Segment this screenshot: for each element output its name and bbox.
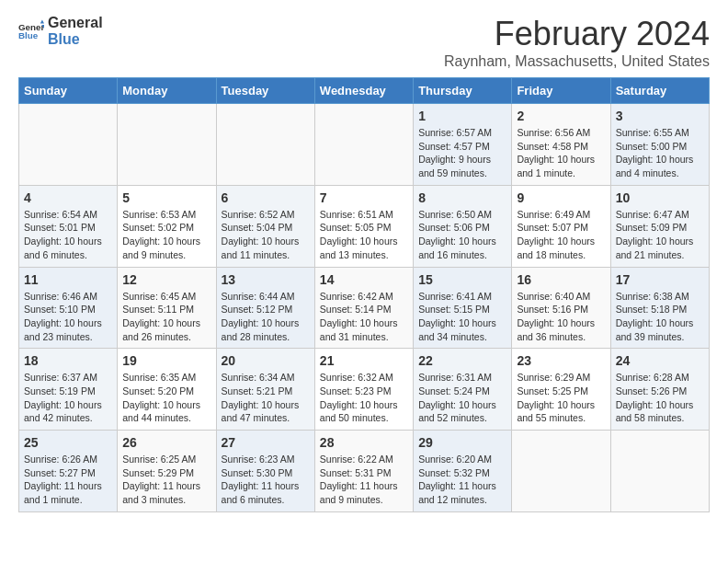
- calendar-cell: 20Sunrise: 6:34 AM Sunset: 5:21 PM Dayli…: [216, 349, 314, 431]
- header-tuesday: Tuesday: [216, 78, 314, 104]
- day-number: 19: [122, 353, 210, 368]
- calendar-cell: 24Sunrise: 6:28 AM Sunset: 5:26 PM Dayli…: [610, 349, 709, 431]
- day-info: Sunrise: 6:32 AM Sunset: 5:23 PM Dayligh…: [320, 371, 408, 425]
- header-wednesday: Wednesday: [314, 78, 413, 104]
- day-info: Sunrise: 6:50 AM Sunset: 5:06 PM Dayligh…: [418, 208, 506, 262]
- day-number: 13: [222, 272, 310, 287]
- day-info: Sunrise: 6:41 AM Sunset: 5:15 PM Dayligh…: [418, 290, 506, 344]
- day-number: 17: [616, 272, 704, 287]
- calendar-cell: 10Sunrise: 6:47 AM Sunset: 5:09 PM Dayli…: [610, 185, 709, 267]
- day-number: 28: [320, 435, 408, 450]
- day-info: Sunrise: 6:40 AM Sunset: 5:16 PM Dayligh…: [517, 290, 605, 344]
- logo: General Blue General Blue: [18, 15, 103, 47]
- day-info: Sunrise: 6:20 AM Sunset: 5:32 PM Dayligh…: [418, 453, 506, 507]
- day-number: 1: [418, 109, 506, 123]
- calendar-cell: 7Sunrise: 6:51 AM Sunset: 5:05 PM Daylig…: [314, 185, 413, 267]
- day-info: Sunrise: 6:23 AM Sunset: 5:30 PM Dayligh…: [222, 453, 310, 507]
- day-info: Sunrise: 6:47 AM Sunset: 5:09 PM Dayligh…: [616, 208, 704, 262]
- header-saturday: Saturday: [610, 78, 709, 104]
- day-info: Sunrise: 6:34 AM Sunset: 5:21 PM Dayligh…: [222, 371, 310, 425]
- calendar-cell: 22Sunrise: 6:31 AM Sunset: 5:24 PM Dayli…: [414, 349, 512, 431]
- day-info: Sunrise: 6:26 AM Sunset: 5:27 PM Dayligh…: [24, 453, 112, 507]
- calendar-cell: 5Sunrise: 6:53 AM Sunset: 5:02 PM Daylig…: [118, 185, 216, 267]
- day-info: Sunrise: 6:54 AM Sunset: 5:01 PM Dayligh…: [24, 208, 112, 262]
- calendar-cell: 2Sunrise: 6:56 AM Sunset: 4:58 PM Daylig…: [512, 104, 610, 186]
- calendar-table: SundayMondayTuesdayWednesdayThursdayFrid…: [18, 77, 710, 512]
- day-number: 25: [24, 435, 112, 450]
- main-title: February 2024: [444, 15, 710, 53]
- day-info: Sunrise: 6:57 AM Sunset: 4:57 PM Dayligh…: [418, 126, 506, 180]
- day-number: 12: [122, 272, 210, 287]
- day-number: 11: [24, 272, 112, 287]
- title-block: February 2024 Raynham, Massachusetts, Un…: [444, 15, 710, 70]
- day-info: Sunrise: 6:53 AM Sunset: 5:02 PM Dayligh…: [122, 208, 210, 262]
- day-number: 20: [222, 353, 310, 368]
- day-number: 6: [222, 190, 310, 205]
- header-monday: Monday: [118, 78, 216, 104]
- day-number: 15: [418, 272, 506, 287]
- day-info: Sunrise: 6:49 AM Sunset: 5:07 PM Dayligh…: [517, 208, 605, 262]
- calendar-cell: 19Sunrise: 6:35 AM Sunset: 5:20 PM Dayli…: [118, 349, 216, 431]
- svg-text:Blue: Blue: [18, 30, 39, 40]
- day-number: 4: [24, 190, 112, 205]
- day-info: Sunrise: 6:45 AM Sunset: 5:11 PM Dayligh…: [122, 290, 210, 344]
- header-friday: Friday: [512, 78, 610, 104]
- calendar-cell: 25Sunrise: 6:26 AM Sunset: 5:27 PM Dayli…: [19, 431, 118, 512]
- header-row: SundayMondayTuesdayWednesdayThursdayFrid…: [19, 78, 710, 104]
- day-number: 23: [517, 353, 605, 368]
- day-info: Sunrise: 6:35 AM Sunset: 5:20 PM Dayligh…: [122, 371, 210, 425]
- calendar-cell: 15Sunrise: 6:41 AM Sunset: 5:15 PM Dayli…: [414, 267, 512, 349]
- logo-icon: General Blue: [18, 18, 44, 44]
- week-row-3: 11Sunrise: 6:46 AM Sunset: 5:10 PM Dayli…: [19, 267, 710, 349]
- calendar-cell: [610, 431, 709, 512]
- day-info: Sunrise: 6:38 AM Sunset: 5:18 PM Dayligh…: [616, 290, 704, 344]
- day-info: Sunrise: 6:28 AM Sunset: 5:26 PM Dayligh…: [616, 371, 704, 425]
- calendar-cell: 13Sunrise: 6:44 AM Sunset: 5:12 PM Dayli…: [216, 267, 314, 349]
- day-info: Sunrise: 6:31 AM Sunset: 5:24 PM Dayligh…: [418, 371, 506, 425]
- logo-blue: Blue: [48, 31, 103, 48]
- calendar-cell: 17Sunrise: 6:38 AM Sunset: 5:18 PM Dayli…: [610, 267, 709, 349]
- calendar-cell: 26Sunrise: 6:25 AM Sunset: 5:29 PM Dayli…: [118, 431, 216, 512]
- day-info: Sunrise: 6:51 AM Sunset: 5:05 PM Dayligh…: [320, 208, 408, 262]
- calendar-cell: [512, 431, 610, 512]
- day-number: 14: [320, 272, 408, 287]
- logo-general: General: [48, 15, 103, 31]
- day-info: Sunrise: 6:37 AM Sunset: 5:19 PM Dayligh…: [24, 371, 112, 425]
- calendar-cell: 18Sunrise: 6:37 AM Sunset: 5:19 PM Dayli…: [19, 349, 118, 431]
- calendar-cell: 8Sunrise: 6:50 AM Sunset: 5:06 PM Daylig…: [414, 185, 512, 267]
- day-number: 16: [517, 272, 605, 287]
- calendar-header: SundayMondayTuesdayWednesdayThursdayFrid…: [19, 78, 710, 104]
- day-info: Sunrise: 6:29 AM Sunset: 5:25 PM Dayligh…: [517, 371, 605, 425]
- subtitle: Raynham, Massachusetts, United States: [444, 53, 710, 70]
- calendar-cell: 23Sunrise: 6:29 AM Sunset: 5:25 PM Dayli…: [512, 349, 610, 431]
- calendar-cell: 27Sunrise: 6:23 AM Sunset: 5:30 PM Dayli…: [216, 431, 314, 512]
- day-number: 3: [616, 109, 704, 123]
- calendar-cell: 4Sunrise: 6:54 AM Sunset: 5:01 PM Daylig…: [19, 185, 118, 267]
- calendar-cell: 21Sunrise: 6:32 AM Sunset: 5:23 PM Dayli…: [314, 349, 413, 431]
- calendar-cell: 9Sunrise: 6:49 AM Sunset: 5:07 PM Daylig…: [512, 185, 610, 267]
- day-info: Sunrise: 6:46 AM Sunset: 5:10 PM Dayligh…: [24, 290, 112, 344]
- day-number: 27: [222, 435, 310, 450]
- calendar-cell: 16Sunrise: 6:40 AM Sunset: 5:16 PM Dayli…: [512, 267, 610, 349]
- calendar-cell: 3Sunrise: 6:55 AM Sunset: 5:00 PM Daylig…: [610, 104, 709, 186]
- calendar-cell: 6Sunrise: 6:52 AM Sunset: 5:04 PM Daylig…: [216, 185, 314, 267]
- day-info: Sunrise: 6:52 AM Sunset: 5:04 PM Dayligh…: [222, 208, 310, 262]
- day-number: 8: [418, 190, 506, 205]
- day-number: 21: [320, 353, 408, 368]
- calendar-body: 1Sunrise: 6:57 AM Sunset: 4:57 PM Daylig…: [19, 104, 710, 512]
- calendar-cell: [216, 104, 314, 186]
- week-row-5: 25Sunrise: 6:26 AM Sunset: 5:27 PM Dayli…: [19, 431, 710, 512]
- week-row-1: 1Sunrise: 6:57 AM Sunset: 4:57 PM Daylig…: [19, 104, 710, 186]
- calendar-cell: 1Sunrise: 6:57 AM Sunset: 4:57 PM Daylig…: [414, 104, 512, 186]
- calendar-cell: 29Sunrise: 6:20 AM Sunset: 5:32 PM Dayli…: [414, 431, 512, 512]
- day-info: Sunrise: 6:44 AM Sunset: 5:12 PM Dayligh…: [222, 290, 310, 344]
- day-number: 26: [122, 435, 210, 450]
- day-info: Sunrise: 6:25 AM Sunset: 5:29 PM Dayligh…: [122, 453, 210, 507]
- week-row-4: 18Sunrise: 6:37 AM Sunset: 5:19 PM Dayli…: [19, 349, 710, 431]
- day-info: Sunrise: 6:22 AM Sunset: 5:31 PM Dayligh…: [320, 453, 408, 507]
- header-thursday: Thursday: [414, 78, 512, 104]
- day-number: 24: [616, 353, 704, 368]
- day-number: 7: [320, 190, 408, 205]
- day-info: Sunrise: 6:56 AM Sunset: 4:58 PM Dayligh…: [517, 126, 605, 180]
- week-row-2: 4Sunrise: 6:54 AM Sunset: 5:01 PM Daylig…: [19, 185, 710, 267]
